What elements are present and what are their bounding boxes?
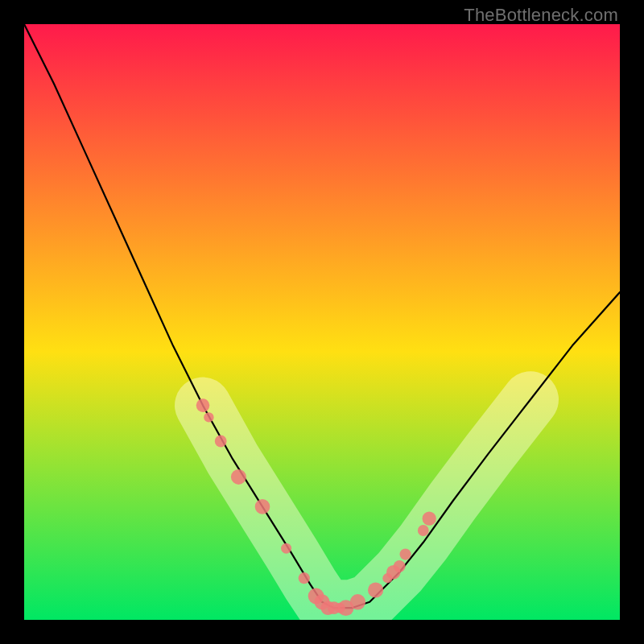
scatter-dot [394,560,406,572]
scatter-dot [400,549,411,560]
scatter-dot [368,582,383,597]
scatter-dot [423,512,436,526]
scatter-dot [204,412,213,422]
chart-frame: TheBottleneck.com [0,0,644,644]
scatter-dot [299,572,310,584]
scatter-dot [255,499,270,514]
gradient-background [24,24,620,620]
scatter-dot [196,398,210,412]
scatter-dot [350,594,365,609]
scatter-dot [215,436,227,448]
watermark-text: TheBottleneck.com [464,5,618,26]
plot-area [24,24,620,620]
scatter-dot [418,525,429,536]
chart-svg [24,24,620,620]
scatter-dot [281,543,291,554]
scatter-dot [231,469,246,485]
